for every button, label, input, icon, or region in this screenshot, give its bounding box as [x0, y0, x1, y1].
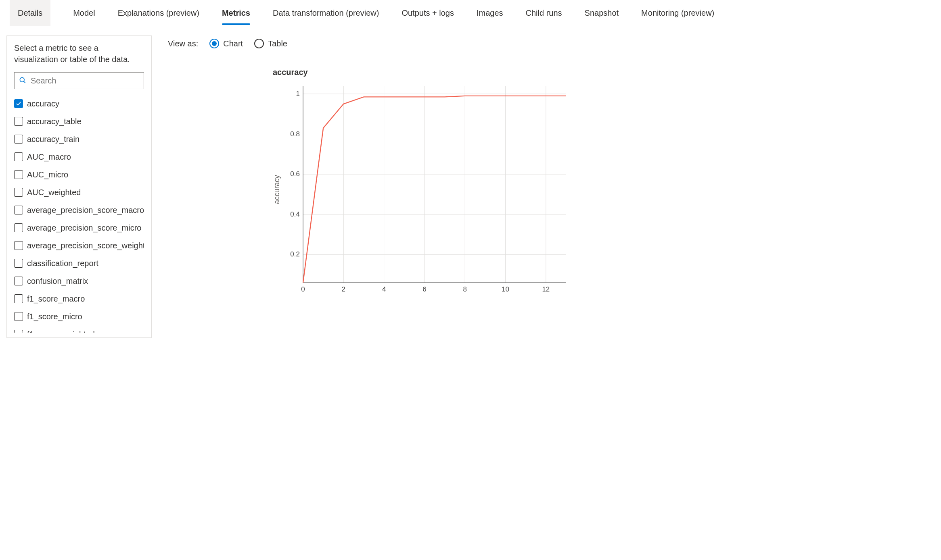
svg-text:0.2: 0.2 [290, 250, 300, 258]
metric-label: accuracy [27, 99, 59, 108]
checkbox[interactable] [14, 117, 23, 126]
checkbox[interactable] [14, 206, 23, 214]
metric-item-confusion_matrix[interactable]: confusion_matrix [14, 272, 142, 290]
search-box[interactable] [14, 72, 144, 89]
metric-label: f1_score_macro [27, 294, 85, 304]
search-input[interactable] [30, 76, 140, 86]
metric-item-average_precision_score_weighted[interactable]: average_precision_score_weighted [14, 237, 142, 254]
tab-label: Monitoring (preview) [641, 8, 714, 18]
tab-monitoring-preview[interactable]: Monitoring (preview) [641, 0, 714, 26]
radio-icon [254, 39, 264, 48]
svg-text:0: 0 [301, 285, 305, 293]
metric-label: AUC_micro [27, 170, 68, 179]
checkbox[interactable] [14, 241, 23, 250]
view-as-label: View as: [168, 39, 198, 48]
metric-item-average_precision_score_micro[interactable]: average_precision_score_micro [14, 219, 142, 237]
radio-label: Chart [223, 39, 243, 48]
checkbox[interactable] [14, 135, 23, 144]
svg-text:1: 1 [296, 90, 300, 98]
tab-snapshot[interactable]: Snapshot [585, 0, 619, 26]
checkbox[interactable] [14, 188, 23, 197]
svg-text:8: 8 [463, 285, 466, 293]
metric-item-auc_weighted[interactable]: AUC_weighted [14, 183, 142, 201]
view-as-options: ChartTable [209, 39, 287, 48]
tab-label: Child runs [526, 8, 562, 18]
metric-item-average_precision_score_macro[interactable]: average_precision_score_macro [14, 201, 142, 219]
chart-container: accuracy accuracy 0.20.40.60.81024681012 [168, 68, 935, 296]
metric-item-accuracy[interactable]: accuracy [14, 95, 142, 112]
metric-item-accuracy_table[interactable]: accuracy_table [14, 112, 142, 130]
metric-label: AUC_weighted [27, 188, 81, 197]
metric-label: f1_score_micro [27, 312, 82, 321]
svg-text:12: 12 [542, 285, 550, 293]
checkbox[interactable] [14, 330, 23, 333]
tab-label: Metrics [222, 8, 250, 18]
metric-label: f1_score_weighted [27, 330, 95, 333]
view-option-chart[interactable]: Chart [209, 39, 243, 48]
metric-item-f1_score_macro[interactable]: f1_score_macro [14, 290, 142, 308]
view-option-table[interactable]: Table [254, 39, 287, 48]
radio-label: Table [268, 39, 287, 48]
svg-text:6: 6 [422, 285, 426, 293]
view-as-row: View as: ChartTable [168, 35, 935, 52]
sidebar-prompt: Select a metric to see a visualization o… [14, 42, 144, 65]
chart-title: accuracy [273, 68, 935, 77]
tab-child-runs[interactable]: Child runs [526, 0, 562, 26]
tab-model[interactable]: Model [73, 0, 95, 26]
tab-label: Model [73, 8, 95, 18]
metric-label: classification_report [27, 259, 98, 268]
tab-label: Details [18, 8, 42, 18]
metric-label: confusion_matrix [27, 277, 88, 286]
checkbox[interactable] [14, 99, 23, 108]
svg-text:0.4: 0.4 [290, 210, 300, 218]
tab-metrics[interactable]: Metrics [222, 0, 250, 26]
tab-label: Images [477, 8, 503, 18]
svg-text:0.8: 0.8 [290, 130, 300, 138]
search-icon [19, 76, 27, 85]
svg-text:2: 2 [342, 285, 345, 293]
metric-item-accuracy_train[interactable]: accuracy_train [14, 130, 142, 148]
tab-images[interactable]: Images [477, 0, 503, 26]
checkbox[interactable] [14, 170, 23, 179]
metric-item-f1_score_weighted[interactable]: f1_score_weighted [14, 325, 142, 333]
metric-label: accuracy_train [27, 135, 79, 144]
tab-data-transformation-preview[interactable]: Data transformation (preview) [273, 0, 379, 26]
metric-label: AUC_macro [27, 152, 71, 162]
svg-point-0 [20, 77, 24, 82]
tab-label: Snapshot [585, 8, 619, 18]
metric-label: average_precision_score_micro [27, 223, 141, 233]
metric-label: average_precision_score_weighted [27, 241, 144, 250]
metric-item-classification_report[interactable]: classification_report [14, 254, 142, 272]
tab-outputs-logs[interactable]: Outputs + logs [401, 0, 454, 26]
svg-text:0.6: 0.6 [290, 170, 300, 178]
accuracy-chart: 0.20.40.60.81024681012 [285, 83, 568, 296]
svg-text:4: 4 [382, 285, 386, 293]
tab-details[interactable]: Details [10, 0, 50, 26]
chart-ylabel: accuracy [273, 175, 281, 204]
checkbox[interactable] [14, 259, 23, 268]
checkbox[interactable] [14, 294, 23, 303]
radio-icon [209, 39, 219, 48]
svg-text:10: 10 [502, 285, 509, 293]
metric-item-auc_macro[interactable]: AUC_macro [14, 148, 142, 166]
tab-label: Explanations (preview) [118, 8, 199, 18]
content: Select a metric to see a visualization o… [0, 26, 941, 344]
checkbox[interactable] [14, 223, 23, 232]
metric-item-f1_score_micro[interactable]: f1_score_micro [14, 308, 142, 325]
metric-item-auc_micro[interactable]: AUC_micro [14, 166, 142, 183]
checkbox[interactable] [14, 312, 23, 321]
tab-label: Data transformation (preview) [273, 8, 379, 18]
tab-explanations-preview[interactable]: Explanations (preview) [118, 0, 199, 26]
main-panel: View as: ChartTable accuracy accuracy 0.… [168, 35, 935, 338]
metric-label: accuracy_table [27, 117, 82, 126]
checkbox[interactable] [14, 277, 23, 285]
svg-line-1 [24, 81, 25, 83]
metrics-sidebar: Select a metric to see a visualization o… [6, 35, 152, 338]
checkbox[interactable] [14, 152, 23, 161]
tabs-bar: DetailsModelExplanations (preview)Metric… [0, 0, 941, 26]
tab-label: Outputs + logs [401, 8, 454, 18]
metrics-list[interactable]: accuracyaccuracy_tableaccuracy_trainAUC_… [14, 95, 144, 333]
metric-label: average_precision_score_macro [27, 206, 144, 215]
